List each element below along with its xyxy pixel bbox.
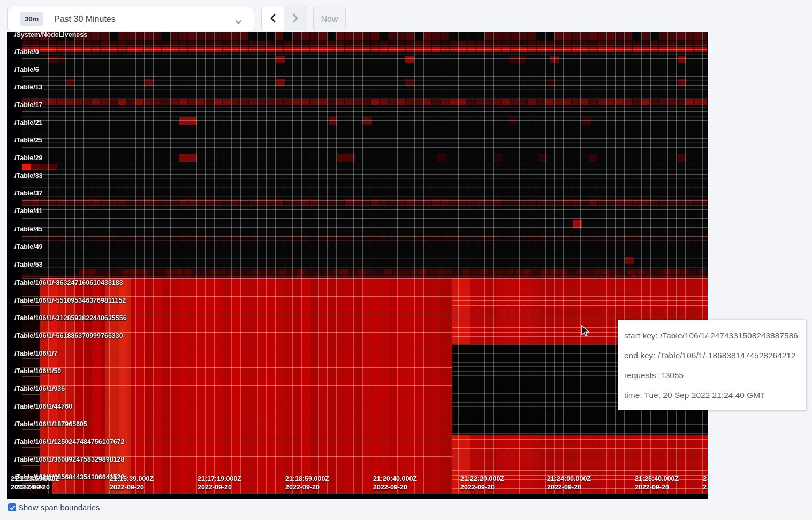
tooltip-end-key: end key: /Table/106/1/-18683814745282642… (624, 345, 800, 365)
show-span-boundaries-checkbox[interactable] (8, 503, 16, 511)
chevron-left-icon (270, 13, 276, 26)
time-scale-dropdown[interactable]: 30m Past 30 Minutes (7, 7, 254, 31)
footer-controls: Show span boundaries (8, 503, 100, 512)
now-button[interactable]: Now (313, 7, 346, 31)
key-visualizer-heatmap: /System/NodeLiveness/Table/0/Table/6/Tab… (7, 32, 708, 499)
previous-interval-button[interactable] (261, 7, 284, 31)
next-interval-button[interactable] (284, 7, 307, 31)
time-scale-badge: 30m (20, 12, 43, 26)
tooltip-requests: requests: 13055 (624, 365, 800, 385)
chevron-down-icon (235, 17, 242, 27)
time-scale-label: Past 30 Minutes (54, 14, 116, 24)
show-span-boundaries-label: Show span boundaries (18, 503, 100, 512)
tooltip-time: time: Tue, 20 Sep 2022 21:24:40 GMT (624, 385, 800, 405)
cell-tooltip: start key: /Table/106/1/-247433150824388… (618, 320, 806, 410)
tooltip-start-key: start key: /Table/106/1/-247433150824388… (624, 326, 800, 345)
time-nav-group (261, 7, 307, 31)
chevron-right-icon (292, 13, 299, 26)
heatmap-canvas[interactable] (7, 32, 708, 499)
